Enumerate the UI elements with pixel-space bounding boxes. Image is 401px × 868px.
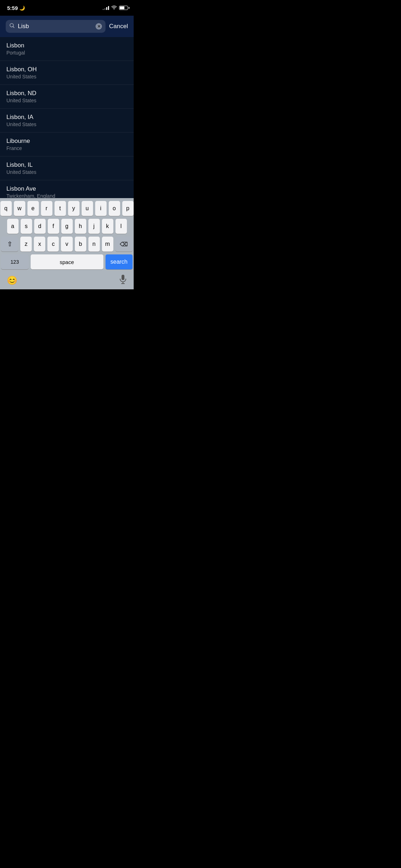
keyboard-extras-row: 😊 bbox=[1, 272, 133, 288]
key-f[interactable]: f bbox=[48, 219, 59, 234]
result-subtitle: Portugal bbox=[6, 50, 127, 56]
key-t[interactable]: t bbox=[55, 201, 66, 216]
key-p[interactable]: p bbox=[122, 201, 134, 216]
clear-x-icon: ✕ bbox=[97, 25, 101, 29]
result-name: Lisbon bbox=[6, 42, 127, 49]
key-h[interactable]: h bbox=[75, 219, 86, 234]
time-display: 5:59 bbox=[7, 5, 18, 11]
result-name: Lisbon, IL bbox=[6, 161, 127, 169]
key-s[interactable]: s bbox=[21, 219, 32, 234]
key-j[interactable]: j bbox=[88, 219, 100, 234]
key-a[interactable]: a bbox=[7, 219, 19, 234]
emoji-button[interactable]: 😊 bbox=[7, 275, 17, 285]
result-subtitle: United States bbox=[6, 74, 127, 79]
search-header: Lisb ✕ Cancel bbox=[0, 16, 134, 37]
result-subtitle: France bbox=[6, 145, 127, 151]
key-m[interactable]: m bbox=[102, 237, 113, 252]
result-name: Lisbon, OH bbox=[6, 66, 127, 73]
search-results-list: Lisbon Portugal Lisbon, OH United States… bbox=[0, 37, 134, 204]
moon-icon: 🌙 bbox=[19, 5, 25, 11]
result-subtitle: United States bbox=[6, 122, 127, 127]
key-g[interactable]: g bbox=[61, 219, 73, 234]
result-item[interactable]: Libourne France bbox=[0, 133, 134, 156]
key-v[interactable]: v bbox=[61, 237, 72, 252]
shift-key[interactable]: ⇧ bbox=[1, 237, 18, 252]
status-indicators bbox=[103, 5, 128, 11]
key-e[interactable]: e bbox=[27, 201, 39, 216]
keyboard-row-1: q w e r t y u i o p bbox=[1, 201, 133, 216]
key-b[interactable]: b bbox=[75, 237, 86, 252]
status-time: 5:59 🌙 bbox=[7, 5, 25, 11]
key-z[interactable]: z bbox=[20, 237, 32, 252]
keyboard-row-2: a s d f g h j k l bbox=[1, 219, 133, 234]
clear-search-button[interactable]: ✕ bbox=[96, 23, 102, 30]
result-name: Lisbon, IA bbox=[6, 114, 127, 121]
key-q[interactable]: q bbox=[0, 201, 12, 216]
key-k[interactable]: k bbox=[102, 219, 113, 234]
key-l[interactable]: l bbox=[115, 219, 127, 234]
key-d[interactable]: d bbox=[34, 219, 46, 234]
key-n[interactable]: n bbox=[88, 237, 100, 252]
result-item[interactable]: Lisbon, IA United States bbox=[0, 109, 134, 133]
status-bar: 5:59 🌙 bbox=[0, 0, 134, 16]
result-subtitle: United States bbox=[6, 169, 127, 175]
key-w[interactable]: w bbox=[14, 201, 25, 216]
numbers-key[interactable]: 123 bbox=[1, 254, 29, 269]
search-input[interactable]: Lisb bbox=[18, 23, 93, 30]
keyboard-row-3: ⇧ z x c v b n m ⌫ bbox=[1, 237, 133, 252]
result-item[interactable]: Lisbon, OH United States bbox=[0, 61, 134, 85]
key-o[interactable]: o bbox=[109, 201, 120, 216]
signal-strength-icon bbox=[103, 6, 109, 10]
keyboard-row-4: 123 space search bbox=[1, 254, 133, 269]
delete-key[interactable]: ⌫ bbox=[115, 237, 133, 252]
search-input-wrapper[interactable]: Lisb ✕ bbox=[6, 20, 106, 33]
keyboard: q w e r t y u i o p a s d f g h j k l ⇧ … bbox=[0, 198, 134, 289]
key-c[interactable]: c bbox=[47, 237, 59, 252]
key-r[interactable]: r bbox=[41, 201, 52, 216]
result-subtitle: United States bbox=[6, 98, 127, 103]
space-key[interactable]: space bbox=[31, 254, 103, 269]
result-name: Lisbon Ave bbox=[6, 185, 127, 192]
search-key[interactable]: search bbox=[106, 254, 133, 269]
result-name: Libourne bbox=[6, 138, 127, 145]
result-item[interactable]: Lisbon, ND United States bbox=[0, 85, 134, 109]
wifi-icon bbox=[111, 5, 117, 11]
key-u[interactable]: u bbox=[82, 201, 93, 216]
key-x[interactable]: x bbox=[34, 237, 45, 252]
svg-rect-1 bbox=[122, 275, 124, 280]
result-name: Lisbon, ND bbox=[6, 90, 127, 97]
result-item[interactable]: Lisbon, IL United States bbox=[0, 156, 134, 180]
key-i[interactable]: i bbox=[95, 201, 107, 216]
cancel-button[interactable]: Cancel bbox=[109, 23, 128, 30]
search-icon bbox=[9, 23, 15, 30]
battery-icon bbox=[119, 6, 128, 10]
microphone-button[interactable] bbox=[119, 274, 127, 286]
key-y[interactable]: y bbox=[68, 201, 79, 216]
result-item[interactable]: Lisbon Portugal bbox=[0, 37, 134, 61]
